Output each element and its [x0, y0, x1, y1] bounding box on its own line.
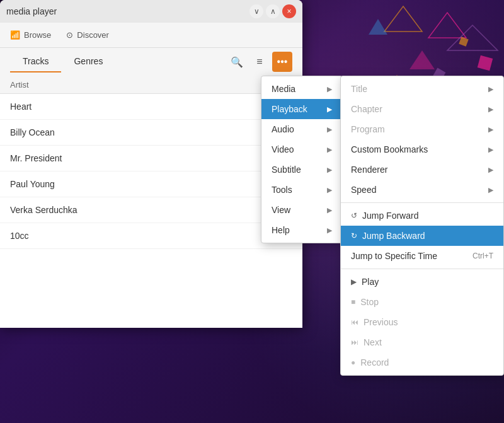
menu-item-video[interactable]: Video ▶: [261, 139, 342, 159]
minimize-button[interactable]: ∨: [249, 4, 263, 18]
svg-marker-2: [384, 6, 422, 32]
submenu-renderer-arrow: ▶: [488, 166, 493, 174]
svg-rect-5: [459, 37, 468, 46]
submenu-item-title: Title ▶: [341, 79, 503, 99]
menu-item-tools[interactable]: Tools ▶: [261, 180, 342, 200]
submenu-previous-label: Previous: [364, 317, 493, 327]
browse-label: Browse: [24, 30, 51, 40]
submenu-program-arrow: ▶: [488, 125, 493, 134]
menu-tools-label: Tools: [272, 185, 292, 195]
track-item[interactable]: Paul Young 04:23: [0, 171, 302, 197]
track-item[interactable]: Verka Serduchka 02:59: [0, 197, 302, 223]
submenu-chapter-arrow: ▶: [488, 105, 493, 113]
svg-rect-3: [478, 55, 493, 71]
filter-icon: ≡: [256, 56, 262, 67]
menu-item-help[interactable]: Help ▶: [261, 220, 342, 240]
menu-view-label: View: [272, 205, 290, 215]
submenu-custom-bookmarks-label: Custom Bookmarks: [351, 144, 428, 154]
track-item[interactable]: Heart 04:22: [0, 94, 302, 120]
submenu-stop-label: Stop: [360, 297, 493, 307]
artist-header-label: Artist: [10, 80, 277, 90]
toolbar-icons: 🔍 ≡ •••: [227, 52, 292, 72]
submenu-renderer-label: Renderer: [351, 165, 387, 175]
window-title: media player: [6, 6, 57, 16]
submenu-item-program: Program ▶: [341, 119, 503, 139]
track-item[interactable]: Billy Ocean 04:04: [0, 120, 302, 146]
submenu-item-jump-backward[interactable]: ↻ Jump Backward: [341, 226, 503, 246]
submenu-jump-specific-label: Jump to Specific Time: [351, 251, 472, 261]
track-list-header: Artist 🕐: [0, 76, 302, 94]
submenu-item-play[interactable]: ▶ Play: [341, 272, 503, 292]
submenu-record-label: Record: [360, 357, 493, 368]
menu-item-view[interactable]: View ▶: [261, 200, 342, 220]
main-menu: Media ▶ Playback ▶ Audio ▶ Video ▶ Subti…: [261, 76, 343, 243]
submenu-speed-arrow: ▶: [488, 186, 493, 194]
menu-audio-label: Audio: [272, 124, 294, 134]
submenu-title-label: Title: [351, 84, 367, 94]
track-name: Mr. President: [10, 153, 267, 163]
menu-help-label: Help: [272, 225, 290, 235]
search-icon: 🔍: [231, 56, 243, 68]
close-button[interactable]: ×: [282, 4, 296, 18]
tab-tracks[interactable]: Tracks: [10, 51, 61, 72]
search-button[interactable]: 🔍: [227, 52, 247, 72]
submenu-item-record: ● Record: [341, 352, 503, 373]
nav-discover[interactable]: ⊙ Discover: [66, 30, 109, 40]
toolbar: Tracks Genres 🔍 ≡ •••: [0, 48, 302, 76]
title-bar-controls: ∨ ∧ ×: [249, 4, 296, 18]
submenu-chapter-label: Chapter: [351, 104, 382, 114]
filter-button[interactable]: ≡: [249, 52, 270, 72]
menu-video-label: Video: [272, 144, 294, 154]
maximize-button[interactable]: ∧: [266, 4, 280, 18]
track-name: 10cc: [10, 231, 267, 241]
menu-item-media[interactable]: Media ▶: [261, 79, 342, 99]
track-name: Paul Young: [10, 179, 267, 189]
previous-icon: ⏮: [351, 318, 358, 327]
menu-item-subtitle[interactable]: Subtitle ▶: [261, 159, 342, 180]
track-name: Heart: [10, 101, 267, 112]
more-button[interactable]: •••: [272, 52, 292, 72]
menu-media-label: Media: [272, 84, 295, 94]
svg-marker-7: [369, 19, 387, 35]
discover-icon: ⊙: [66, 30, 73, 40]
submenu-item-custom-bookmarks[interactable]: Custom Bookmarks ▶: [341, 139, 503, 159]
wifi-icon: 📶: [10, 30, 20, 40]
svg-marker-0: [428, 13, 466, 38]
media-player-window: media player ∨ ∧ × 📶 Browse ⊙ Discover T…: [0, 0, 302, 328]
nav-bar: 📶 Browse ⊙ Discover: [0, 23, 302, 48]
stop-icon: ■: [351, 298, 355, 306]
menu-subtitle-arrow: ▶: [327, 166, 332, 174]
menu-view-arrow: ▶: [327, 206, 332, 214]
discover-label: Discover: [77, 30, 109, 40]
menu-subtitle-label: Subtitle: [272, 165, 301, 175]
menu-help-arrow: ▶: [327, 226, 332, 235]
submenu-program-label: Program: [351, 124, 385, 134]
track-item[interactable]: Mr. President 03:38: [0, 146, 302, 171]
menu-item-audio[interactable]: Audio ▶: [261, 119, 342, 139]
submenu-item-jump-forward[interactable]: ↺ Jump Forward: [341, 206, 503, 226]
menu-item-playback[interactable]: Playback ▶: [261, 99, 342, 119]
submenu-item-chapter: Chapter ▶: [341, 99, 503, 119]
submenu-item-speed[interactable]: Speed ▶: [341, 180, 503, 200]
submenu-item-jump-specific[interactable]: Jump to Specific Time Ctrl+T: [341, 246, 503, 266]
submenu-item-renderer[interactable]: Renderer ▶: [341, 159, 503, 180]
nav-browse[interactable]: 📶 Browse: [10, 30, 51, 40]
tab-genres[interactable]: Genres: [61, 51, 115, 72]
svg-marker-1: [447, 25, 498, 50]
submenu-item-next: ⏭ Next: [341, 332, 503, 352]
track-name: Billy Ocean: [10, 127, 267, 137]
submenu-separator-2: [341, 269, 503, 269]
submenu-item-previous: ⏮ Previous: [341, 312, 503, 332]
submenu-separator-1: [341, 202, 503, 203]
title-bar-left: media player: [6, 6, 57, 16]
playback-submenu: Title ▶ Chapter ▶ Program ▶ Custom Bookm…: [340, 76, 504, 376]
track-name: Verka Serduchka: [10, 205, 267, 215]
track-item[interactable]: 10cc 04:27: [0, 223, 302, 249]
menu-playback-label: Playback: [272, 104, 307, 114]
menu-audio-arrow: ▶: [327, 125, 332, 134]
jump-backward-icon: ↻: [351, 231, 357, 240]
record-icon: ●: [351, 358, 355, 367]
submenu-play-label: Play: [362, 277, 493, 287]
next-icon: ⏭: [351, 338, 358, 347]
more-icon: •••: [277, 56, 288, 67]
